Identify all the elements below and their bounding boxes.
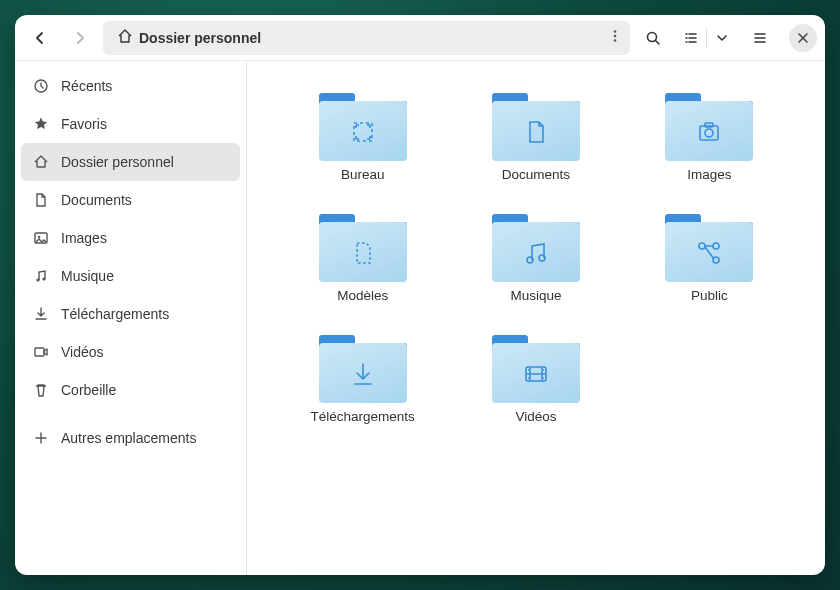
svg-rect-13 bbox=[705, 123, 713, 127]
folder-icon bbox=[492, 89, 580, 161]
search-button[interactable] bbox=[636, 21, 670, 55]
sidebar-item-label: Favoris bbox=[61, 116, 107, 132]
sidebar-item-downloads[interactable]: Téléchargements bbox=[15, 295, 246, 333]
sidebar-item-label: Vidéos bbox=[61, 344, 104, 360]
list-view-button[interactable] bbox=[676, 21, 706, 55]
image-icon bbox=[33, 230, 49, 246]
music-icon bbox=[33, 268, 49, 284]
sidebar-item-label: Autres emplacements bbox=[61, 430, 196, 446]
document-icon bbox=[33, 192, 49, 208]
back-button[interactable] bbox=[23, 21, 57, 55]
folder-label: Vidéos bbox=[515, 409, 556, 424]
folder-label: Musique bbox=[510, 288, 561, 303]
view-dropdown-button[interactable] bbox=[707, 21, 737, 55]
sidebar-item-documents[interactable]: Documents bbox=[15, 181, 246, 219]
sidebar-item-images[interactable]: Images bbox=[15, 219, 246, 257]
sidebar-item-home[interactable]: Dossier personnel bbox=[21, 143, 240, 181]
sidebar: Récents Favoris Dossier personnel Docume… bbox=[15, 61, 247, 575]
svg-point-12 bbox=[705, 129, 713, 137]
svg-point-2 bbox=[614, 39, 617, 42]
folder-icon bbox=[319, 210, 407, 282]
sidebar-item-videos[interactable]: Vidéos bbox=[15, 333, 246, 371]
folder-label: Téléchargements bbox=[311, 409, 415, 424]
sidebar-item-recent[interactable]: Récents bbox=[15, 67, 246, 105]
folder-documents[interactable]: Documents bbox=[454, 89, 617, 182]
view-mode-split bbox=[676, 21, 737, 55]
close-button[interactable] bbox=[789, 24, 817, 52]
sidebar-item-label: Téléchargements bbox=[61, 306, 169, 322]
svg-point-8 bbox=[42, 277, 45, 280]
icon-grid: Bureau Documents Images bbox=[281, 89, 791, 424]
folder-icon bbox=[492, 210, 580, 282]
plus-icon bbox=[33, 430, 49, 446]
sidebar-item-trash[interactable]: Corbeille bbox=[15, 371, 246, 409]
trash-icon bbox=[33, 382, 49, 398]
clock-icon bbox=[33, 78, 49, 94]
svg-point-6 bbox=[38, 236, 40, 238]
folder-label: Images bbox=[687, 167, 731, 182]
home-icon bbox=[33, 154, 49, 170]
file-view[interactable]: Bureau Documents Images bbox=[247, 61, 825, 575]
sidebar-item-label: Récents bbox=[61, 78, 112, 94]
folder-label: Modèles bbox=[337, 288, 388, 303]
folder-templates[interactable]: Modèles bbox=[281, 210, 444, 303]
folder-public[interactable]: Public bbox=[628, 210, 791, 303]
star-icon bbox=[33, 116, 49, 132]
sidebar-item-label: Images bbox=[61, 230, 107, 246]
sidebar-item-other-locations[interactable]: Autres emplacements bbox=[15, 419, 246, 457]
folder-label: Bureau bbox=[341, 167, 385, 182]
folder-videos[interactable]: Vidéos bbox=[454, 331, 617, 424]
folder-label: Public bbox=[691, 288, 728, 303]
svg-point-7 bbox=[36, 278, 39, 281]
folder-music[interactable]: Musique bbox=[454, 210, 617, 303]
sidebar-item-music[interactable]: Musique bbox=[15, 257, 246, 295]
hamburger-menu-button[interactable] bbox=[743, 21, 777, 55]
folder-icon bbox=[665, 210, 753, 282]
svg-point-1 bbox=[614, 35, 617, 38]
folder-images[interactable]: Images bbox=[628, 89, 791, 182]
sidebar-item-label: Corbeille bbox=[61, 382, 116, 398]
video-icon bbox=[33, 344, 49, 360]
home-icon bbox=[117, 28, 133, 47]
breadcrumb-home[interactable]: Dossier personnel bbox=[111, 24, 267, 51]
pathbar[interactable]: Dossier personnel bbox=[103, 21, 630, 55]
sidebar-item-label: Dossier personnel bbox=[61, 154, 174, 170]
folder-icon bbox=[319, 89, 407, 161]
svg-point-17 bbox=[713, 243, 719, 249]
forward-button[interactable] bbox=[63, 21, 97, 55]
folder-icon bbox=[665, 89, 753, 161]
folder-bureau[interactable]: Bureau bbox=[281, 89, 444, 182]
breadcrumb-label: Dossier personnel bbox=[139, 30, 261, 46]
path-kebab-icon[interactable] bbox=[608, 29, 622, 46]
folder-label: Documents bbox=[502, 167, 570, 182]
sidebar-item-label: Musique bbox=[61, 268, 114, 284]
svg-point-0 bbox=[614, 30, 617, 33]
download-icon bbox=[33, 306, 49, 322]
svg-rect-9 bbox=[35, 348, 44, 356]
folder-icon bbox=[492, 331, 580, 403]
sidebar-item-starred[interactable]: Favoris bbox=[15, 105, 246, 143]
file-manager-window: Dossier personnel bbox=[15, 15, 825, 575]
svg-point-16 bbox=[699, 243, 705, 249]
headerbar: Dossier personnel bbox=[15, 15, 825, 61]
window-body: Récents Favoris Dossier personnel Docume… bbox=[15, 61, 825, 575]
folder-icon bbox=[319, 331, 407, 403]
svg-rect-11 bbox=[700, 126, 718, 140]
folder-downloads[interactable]: Téléchargements bbox=[281, 331, 444, 424]
sidebar-item-label: Documents bbox=[61, 192, 132, 208]
